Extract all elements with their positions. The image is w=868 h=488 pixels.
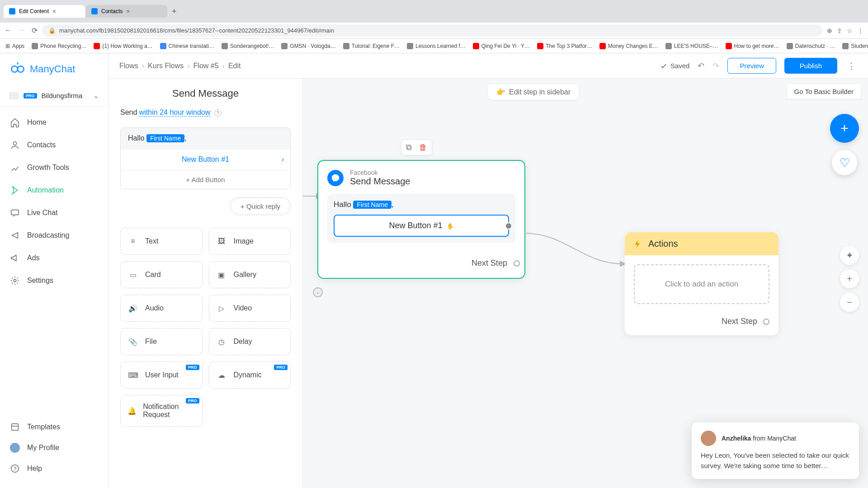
bookmark-item[interactable]: Student Wants an… [842,43,868,49]
block-dynamic[interactable]: PRO☁Dynamic [209,361,291,389]
block-text[interactable]: ≡Text [120,228,203,255]
message-button[interactable]: New Button #1 › [121,149,290,170]
actions-next-step[interactable]: Next Step [625,313,778,335]
send-window: Send within 24 hour window ? [120,108,291,117]
block-notification-request[interactable]: PRO🔔Notification Request [120,395,203,427]
svg-rect-3 [11,210,19,215]
collapse-handle[interactable]: ‹ [313,287,323,297]
node-button[interactable]: New Button #1 ✋ [334,215,509,237]
block-file[interactable]: 📎File [120,328,203,355]
message-card[interactable]: Hallo First Name, New Button #1 › + Add … [120,127,291,189]
next-step[interactable]: Next Step [327,258,515,268]
saved-indicator: Saved [660,62,690,70]
variable-tag[interactable]: First Name [146,134,184,142]
undo-icon[interactable]: ↶ [698,61,704,71]
nav-home[interactable]: Home [0,111,108,134]
translate-icon[interactable]: ⊕ [827,27,832,34]
add-action-button[interactable]: Click to add an action [634,264,769,304]
workspace-selector[interactable]: PRO Bildungsfirma ⌄ [0,85,108,107]
more-options-icon[interactable]: ⋮ [845,61,857,71]
bookmark-favicon [599,43,606,49]
close-icon[interactable]: × [52,8,56,15]
go-to-basic-builder[interactable]: Go To Basic Builder [787,84,861,99]
block-image[interactable]: 🖼Image [209,228,291,255]
card-icon: ▭ [127,269,139,281]
block-card[interactable]: ▭Card [120,261,203,288]
connector-port[interactable] [505,222,512,230]
bookmark-item[interactable]: ⊞Apps [5,43,24,49]
url-input[interactable]: 🔒 manychat.com/fb198150208192016618/cms/… [42,24,822,37]
bookmark-item[interactable]: LEE'S HOUSE–… [665,43,718,49]
publish-button[interactable]: Publish [784,58,837,74]
bookmark-item[interactable]: Money Changes E… [599,43,658,49]
browser-tab-inactive[interactable]: Contacts × [86,5,167,18]
block-delay[interactable]: ◷Delay [209,328,291,355]
breadcrumb-item[interactable]: Flows [119,62,138,70]
bookmark-item[interactable]: Phone Recycling… [32,43,86,49]
help-tooltip-icon[interactable]: ? [214,109,222,117]
share-icon[interactable]: ⇪ [837,27,842,34]
bookmark-item[interactable]: Chinese translati… [160,43,214,49]
connector-port[interactable] [763,319,769,325]
chat-notification[interactable]: Anzhelika from ManyChat Hey Leon, You've… [692,422,859,479]
nav-templates[interactable]: Templates [0,417,108,437]
zoom-in-button[interactable]: + [840,269,859,288]
add-step-fab[interactable]: + [830,114,859,143]
block-user-input[interactable]: PRO⌨User Input [120,361,203,389]
close-icon[interactable]: × [126,8,130,15]
auto-arrange-button[interactable]: ✦ [840,246,859,265]
preview-button[interactable]: Preview [727,58,776,74]
edit-in-sidebar-button[interactable]: 👉 Edit step in sidebar [488,84,579,100]
bookmark-item[interactable]: Datenschutz · … [787,43,835,49]
back-icon[interactable]: ← [5,26,12,35]
nav-help[interactable]: ?Help [0,458,108,479]
duplicate-icon[interactable]: ⧉ [406,143,412,152]
reload-icon[interactable]: ⟳ [32,26,38,35]
brand-logo[interactable]: ManyChat [0,53,108,85]
star-icon[interactable]: ☆ [847,27,853,34]
favorite-fab[interactable]: ♡ [832,150,857,175]
block-gallery[interactable]: ▣Gallery [209,261,291,288]
delete-icon[interactable]: 🗑 [419,143,427,152]
message-text[interactable]: Hallo First Name, [121,128,290,149]
block-audio[interactable]: 🔊Audio [120,295,203,322]
actions-node[interactable]: Actions Click to add an action Next Step [625,232,778,335]
bookmark-item[interactable]: Lessons Learned f… [407,43,466,49]
nav-ads[interactable]: Ads [0,247,108,269]
add-quick-reply[interactable]: + Quick reply [230,197,291,215]
nav-broadcasting[interactable]: Broadcasting [0,224,108,247]
bolt-icon [633,239,643,249]
send-message-node[interactable]: ‹ Facebook Send Message Hallo First Name… [317,160,525,279]
nav-contacts[interactable]: Contacts [0,134,108,156]
flow-canvas[interactable]: 👉 Edit step in sidebar Go To Basic Build… [303,79,868,488]
add-button[interactable]: + Add Button [121,170,290,189]
block-video[interactable]: ▷Video [209,295,291,322]
main-nav: Home Contacts Growth Tools Automation Li… [0,107,108,417]
bookmark-item[interactable]: Qing Fei De Yi · Y… [473,43,530,49]
nav-settings[interactable]: Settings [0,269,108,292]
bookmark-item[interactable]: Tutorial: Eigene F… [343,43,400,49]
image-icon: 🖼 [216,235,227,247]
breadcrumb-item[interactable]: Flow #5 [193,62,219,70]
nav-automation[interactable]: Automation [0,179,108,202]
node-body[interactable]: Hallo First Name, New Button #1 ✋ [327,194,515,243]
bookmark-item[interactable]: (1) How Working a… [94,43,152,49]
zoom-out-button[interactable]: − [840,293,859,312]
nav-live-chat[interactable]: Live Chat [0,202,108,224]
bookmark-favicon [473,43,479,49]
new-tab-button[interactable]: + [167,7,181,16]
connector-port[interactable] [514,260,520,267]
bookmark-item[interactable]: Sonderangebot!… [222,43,274,49]
bookmark-item[interactable]: GMSN · Vologda… [281,43,335,49]
nav-growth-tools[interactable]: Growth Tools [0,156,108,179]
bookmark-item[interactable]: How to get more… [726,43,779,49]
bookmark-item[interactable]: The Top 3 Platfor… [537,43,592,49]
svg-rect-5 [12,424,19,431]
forward-icon[interactable]: → [18,26,25,35]
breadcrumb-item[interactable]: Kurs Flows [148,62,184,70]
nav-my-profile[interactable]: My Profile [0,437,108,458]
text-icon: ≡ [127,235,139,247]
browser-tab-active[interactable]: Edit Content × [4,5,85,18]
send-window-link[interactable]: within 24 hour window [139,108,210,117]
extensions-icon[interactable]: ⋮ [857,27,863,34]
